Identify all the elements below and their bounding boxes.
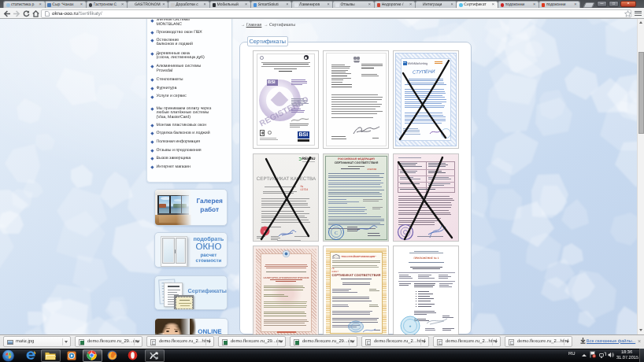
- svg-text:★: ★: [409, 324, 412, 328]
- svg-text:TCC: TCC: [333, 256, 339, 259]
- svg-text:C: C: [334, 231, 337, 236]
